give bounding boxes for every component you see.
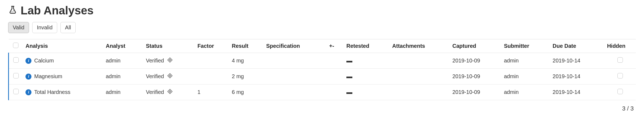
submitter-cell: admin bbox=[501, 84, 550, 100]
svg-rect-2 bbox=[168, 58, 172, 62]
retested-cell bbox=[344, 53, 389, 69]
analyst-cell: admin bbox=[103, 53, 143, 69]
lab-flask-icon bbox=[8, 4, 17, 17]
header-select-all bbox=[9, 39, 23, 53]
retested-cell bbox=[344, 69, 389, 84]
filter-all[interactable]: All bbox=[60, 22, 76, 33]
header-specification[interactable]: Specification bbox=[263, 39, 327, 53]
info-icon[interactable]: i bbox=[25, 58, 31, 64]
header-plus-minus[interactable]: +- bbox=[327, 39, 344, 53]
analysis-name[interactable]: Total Hardness bbox=[34, 89, 70, 95]
header-captured[interactable]: Captured bbox=[450, 39, 501, 53]
dash-icon bbox=[346, 92, 352, 94]
factor-cell: 1 bbox=[195, 84, 229, 100]
submitter-cell: admin bbox=[501, 69, 550, 84]
attachments-cell bbox=[389, 69, 450, 84]
table-row: i Total Hardness admin Verified 1 6 mg 2… bbox=[9, 84, 636, 100]
hidden-checkbox[interactable] bbox=[617, 57, 623, 63]
svg-point-1 bbox=[13, 11, 14, 11]
header-result[interactable]: Result bbox=[229, 39, 263, 53]
factor-cell bbox=[195, 53, 229, 69]
filter-valid[interactable]: Valid bbox=[8, 22, 29, 33]
svg-rect-3 bbox=[169, 59, 171, 61]
header-submitter[interactable]: Submitter bbox=[501, 39, 550, 53]
table-row: i Calcium admin Verified 4 mg 2019-10-09 bbox=[9, 53, 636, 69]
due-date-cell: 2019-10-14 bbox=[550, 53, 604, 69]
svg-rect-5 bbox=[169, 75, 171, 77]
captured-cell: 2019-10-09 bbox=[450, 53, 501, 69]
captured-cell: 2019-10-09 bbox=[450, 84, 501, 100]
dash-icon bbox=[346, 77, 352, 78]
filter-invalid[interactable]: Invalid bbox=[32, 22, 57, 33]
attachments-cell bbox=[389, 53, 450, 69]
retested-cell bbox=[344, 84, 389, 100]
specification-cell bbox=[263, 84, 327, 100]
status-text: Verified bbox=[146, 58, 164, 64]
row-checkbox[interactable] bbox=[13, 73, 19, 78]
page-title-text: Lab Analyses bbox=[21, 4, 94, 17]
submitter-cell: admin bbox=[501, 53, 550, 69]
pager: 3 / 3 bbox=[8, 100, 636, 112]
select-all-checkbox[interactable] bbox=[13, 43, 18, 48]
page-title: Lab Analyses bbox=[8, 4, 636, 17]
svg-rect-4 bbox=[168, 74, 172, 78]
plus-minus-cell bbox=[327, 84, 344, 100]
header-retested[interactable]: Retested bbox=[344, 39, 389, 53]
factor-cell bbox=[195, 69, 229, 84]
info-icon[interactable]: i bbox=[25, 89, 31, 95]
table-row: i Magnesium admin Verified 2 mg 2019-10-… bbox=[9, 69, 636, 84]
status-text: Verified bbox=[146, 89, 164, 95]
header-hidden[interactable]: Hidden bbox=[604, 39, 636, 53]
header-analyst[interactable]: Analyst bbox=[103, 39, 143, 53]
specification-cell bbox=[263, 69, 327, 84]
header-analysis[interactable]: Analysis bbox=[23, 39, 103, 53]
due-date-cell: 2019-10-14 bbox=[550, 69, 604, 84]
attachments-cell bbox=[389, 84, 450, 100]
specification-cell bbox=[263, 53, 327, 69]
row-checkbox[interactable] bbox=[13, 57, 19, 63]
verified-diamond-icon bbox=[167, 88, 173, 96]
result-cell: 4 mg bbox=[229, 53, 263, 69]
hidden-checkbox[interactable] bbox=[617, 89, 623, 94]
analysis-name[interactable]: Magnesium bbox=[34, 73, 62, 80]
header-status[interactable]: Status bbox=[143, 39, 195, 53]
result-cell: 6 mg bbox=[229, 84, 263, 100]
status-text: Verified bbox=[146, 73, 164, 80]
info-icon[interactable]: i bbox=[25, 74, 31, 80]
svg-rect-6 bbox=[168, 89, 172, 94]
due-date-cell: 2019-10-14 bbox=[550, 84, 604, 100]
filter-tabs: Valid Invalid All bbox=[8, 22, 636, 33]
dash-icon bbox=[346, 61, 352, 62]
header-factor[interactable]: Factor bbox=[195, 39, 229, 53]
svg-point-0 bbox=[12, 11, 12, 12]
verified-diamond-icon bbox=[167, 72, 173, 80]
svg-rect-7 bbox=[169, 90, 171, 92]
verified-diamond-icon bbox=[167, 57, 173, 65]
header-due-date[interactable]: Due Date bbox=[550, 39, 604, 53]
analyst-cell: admin bbox=[103, 84, 143, 100]
result-cell: 2 mg bbox=[229, 69, 263, 84]
row-checkbox[interactable] bbox=[13, 89, 19, 94]
plus-minus-cell bbox=[327, 53, 344, 69]
hidden-checkbox[interactable] bbox=[617, 73, 623, 78]
analyses-table: Analysis Analyst Status Factor Result Sp… bbox=[8, 39, 636, 100]
plus-minus-cell bbox=[327, 69, 344, 84]
captured-cell: 2019-10-09 bbox=[450, 69, 501, 84]
analysis-name[interactable]: Calcium bbox=[34, 58, 54, 64]
pager-label: 3 / 3 bbox=[622, 105, 634, 112]
header-attachments[interactable]: Attachments bbox=[389, 39, 450, 53]
analyst-cell: admin bbox=[103, 69, 143, 84]
